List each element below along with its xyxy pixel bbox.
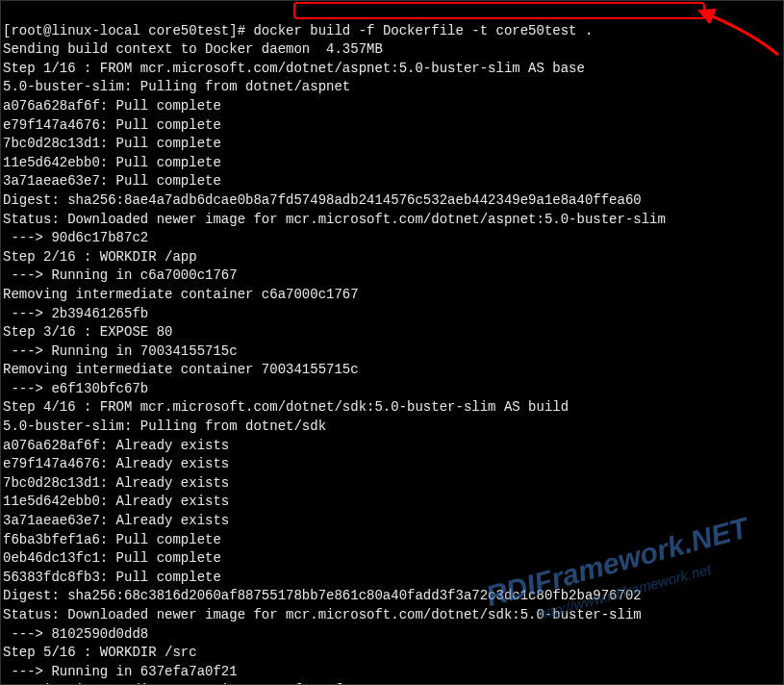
output-line: e79f147a4676: Pull complete	[3, 116, 781, 136]
output-line: 56383fdc8fb3: Pull complete	[3, 569, 781, 588]
output-line: ---> Running in 70034155715c	[3, 342, 781, 362]
output-line: Step 1/16 : FROM mcr.microsoft.com/dotne…	[3, 60, 781, 79]
output-line: Sending build context to Docker daemon 4…	[3, 40, 781, 60]
output-line: 11e5d642ebb0: Pull complete	[3, 154, 781, 173]
output-line: 3a71aeae63e7: Pull complete	[3, 172, 781, 191]
output-line: 11e5d642ebb0: Already exists	[3, 493, 781, 512]
output-line: 5.0-buster-slim: Pulling from dotnet/sdk	[3, 418, 781, 437]
output-line: ---> 90d6c17b87c2	[3, 229, 781, 248]
output-line: Step 4/16 : FROM mcr.microsoft.com/dotne…	[3, 398, 781, 418]
output-line: ---> Running in c6a7000c1767	[3, 266, 781, 286]
command-line: [root@linux-local core50test]# docker bu…	[3, 22, 781, 41]
output-line: Removing intermediate container 70034155…	[3, 361, 781, 380]
output-line: f6ba3bfef1a6: Pull complete	[3, 531, 781, 550]
output-line: 7bc0d28c13d1: Pull complete	[3, 135, 781, 154]
typed-command[interactable]: docker build -f Dockerfile -t core50test…	[253, 23, 593, 38]
terminal-output: [root@linux-local core50test]# docker bu…	[3, 3, 781, 685]
output-line: Status: Downloaded newer image for mcr.m…	[3, 606, 781, 625]
output-line: Removing intermediate container 637efa7a…	[3, 681, 781, 685]
output-line: Status: Downloaded newer image for mcr.m…	[3, 211, 781, 230]
output-line: e79f147a4676: Already exists	[3, 455, 781, 474]
output-line: Digest: sha256:68c3816d2060af88755178bb7…	[3, 587, 781, 606]
output-line: ---> e6f130bfc67b	[3, 380, 781, 399]
output-line: 0eb46dc13fc1: Pull complete	[3, 549, 781, 569]
output-line: Step 2/16 : WORKDIR /app	[3, 248, 781, 267]
shell-prompt: [root@linux-local core50test]#	[3, 23, 253, 38]
output-line: ---> 2b39461265fb	[3, 305, 781, 324]
output-line: 7bc0d28c13d1: Already exists	[3, 474, 781, 494]
output-line: Step 3/16 : EXPOSE 80	[3, 323, 781, 342]
output-line: a076a628af6f: Already exists	[3, 437, 781, 456]
output-line: 3a71aeae63e7: Already exists	[3, 512, 781, 531]
output-line: Digest: sha256:8ae4a7adb6dcae0b8a7fd5749…	[3, 191, 781, 211]
output-line: a076a628af6f: Pull complete	[3, 97, 781, 116]
output-line: Removing intermediate container c6a7000c…	[3, 286, 781, 305]
output-line: 5.0-buster-slim: Pulling from dotnet/asp…	[3, 78, 781, 97]
output-line: ---> 8102590d0dd8	[3, 625, 781, 645]
output-line: Step 5/16 : WORKDIR /src	[3, 644, 781, 663]
output-line: ---> Running in 637efa7a0f21	[3, 663, 781, 682]
